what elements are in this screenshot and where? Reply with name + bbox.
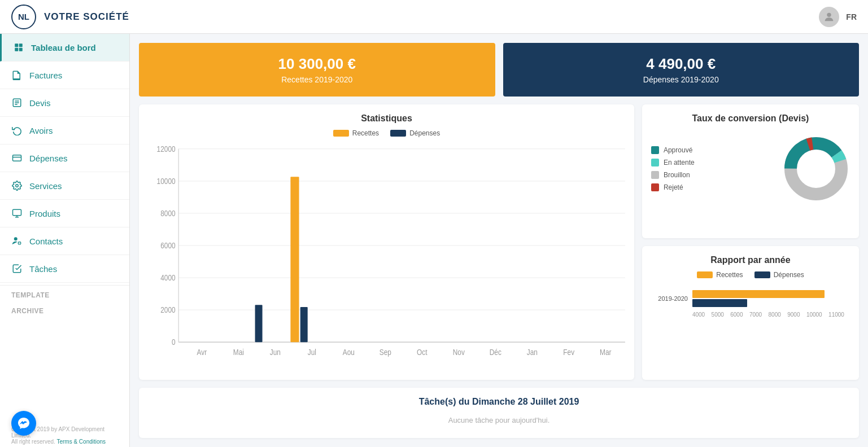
legend-recettes-label: Recettes xyxy=(352,129,379,137)
x-label-10000: 10000 xyxy=(806,312,822,318)
svg-point-11 xyxy=(16,185,19,187)
svg-text:Jul: Jul xyxy=(308,348,316,357)
avatar[interactable] xyxy=(819,7,839,27)
sidebar-item-depenses[interactable]: Dépenses xyxy=(0,144,129,172)
svg-text:Jun: Jun xyxy=(270,348,281,357)
chart-legend: Recettes Dépenses xyxy=(148,129,625,137)
services-icon xyxy=(11,180,23,191)
rapport-x-axis: 4000 5000 6000 7000 8000 9000 10000 1100… xyxy=(657,312,844,318)
header-right: FR xyxy=(819,7,857,27)
terms-link[interactable]: Terms & Conditions xyxy=(56,439,106,445)
svg-point-54 xyxy=(799,152,833,186)
tasks-title: Tâche(s) du Dimanche 28 Juillet 2019 xyxy=(148,397,850,407)
template-section-label: Template xyxy=(0,286,129,301)
svg-point-0 xyxy=(827,12,831,16)
svg-text:12000: 12000 xyxy=(157,144,176,154)
rapport-bars-area: 2019-2020 4000 5000 6000 7000 xyxy=(651,284,850,318)
svg-rect-4 xyxy=(19,48,23,51)
legend-brouillon: Brouillon xyxy=(651,171,695,179)
svg-text:6000: 6000 xyxy=(160,241,176,250)
tasks-empty: Aucune tâche pour aujourd'hui. xyxy=(148,411,850,429)
svg-text:Mai: Mai xyxy=(233,348,244,357)
rapport-legend: Recettes Dépenses xyxy=(651,271,850,279)
svg-point-15 xyxy=(14,237,18,240)
rapport-bars xyxy=(692,290,844,307)
bar-chart-container: 12000 10000 8000 6000 4000 2000 0 xyxy=(148,142,625,371)
x-label-6000: 6000 xyxy=(730,312,743,318)
svg-text:4000: 4000 xyxy=(160,273,176,282)
svg-text:Oct: Oct xyxy=(417,348,428,357)
svg-rect-9 xyxy=(13,155,21,161)
legend-rejete: Rejeté xyxy=(651,183,695,191)
svg-text:0: 0 xyxy=(172,338,176,347)
legend-depenses: Dépenses xyxy=(390,129,440,137)
logo-initials: NL xyxy=(18,12,29,21)
approuve-label: Approuvé xyxy=(664,146,692,154)
sidebar-item-produits[interactable]: Produits xyxy=(0,200,129,227)
donut-chart xyxy=(782,135,850,203)
rapport-recettes-label: Recettes xyxy=(716,271,743,279)
sidebar-item-taches[interactable]: Tâches xyxy=(0,255,129,283)
conversion-card: Taux de conversion (Devis) Approuvé En a… xyxy=(642,104,859,238)
sidebar-item-label: Devis xyxy=(29,98,51,108)
company-name: VOTRE SOCIÉTÉ xyxy=(44,11,129,23)
svg-text:Nov: Nov xyxy=(453,348,465,357)
x-label-7000: 7000 xyxy=(749,312,762,318)
svg-rect-37 xyxy=(300,307,308,342)
sidebar-item-devis[interactable]: Devis xyxy=(0,89,129,117)
contacts-icon xyxy=(11,235,23,247)
rapport-year: 2019-2020 xyxy=(657,295,688,302)
legend-depenses-label: Dépenses xyxy=(409,129,440,137)
factures-icon xyxy=(11,69,23,81)
rapport-depenses-label: Dépenses xyxy=(774,271,804,279)
svg-text:Mar: Mar xyxy=(600,348,612,357)
sidebar-item-factures[interactable]: Factures xyxy=(0,62,129,89)
taches-icon xyxy=(11,263,23,274)
produits-icon xyxy=(11,208,23,219)
svg-text:10000: 10000 xyxy=(157,177,176,186)
x-label-5000: 5000 xyxy=(712,312,724,318)
sidebar-item-label: Tâches xyxy=(29,264,57,274)
sidebar-item-label: Tableau de bord xyxy=(31,43,96,52)
sidebar-item-contacts[interactable]: Contacts xyxy=(0,227,129,255)
approuve-color xyxy=(651,146,659,154)
messenger-bubble[interactable] xyxy=(11,411,36,436)
svg-text:8000: 8000 xyxy=(160,209,176,218)
right-panel: Taux de conversion (Devis) Approuvé En a… xyxy=(642,104,859,380)
sidebar: Tableau de bord Factures Devis Avoirs Dé xyxy=(0,34,130,447)
dashboard-icon xyxy=(13,42,24,53)
header-left: NL VOTRE SOCIÉTÉ xyxy=(11,5,129,29)
rapport-card: Rapport par année Recettes Dépenses xyxy=(642,246,859,380)
rapport-bar-depenses xyxy=(692,299,747,307)
brouillon-color xyxy=(651,171,659,179)
sidebar-item-tableau-de-bord[interactable]: Tableau de bord xyxy=(0,34,129,62)
header: NL VOTRE SOCIÉTÉ FR xyxy=(0,0,868,34)
kpi-recettes: 10 300,00 € Recettes 2019-2020 xyxy=(139,43,495,97)
kpi-depenses: 4 490,00 € Dépenses 2019-2020 xyxy=(503,43,860,97)
legend-recettes-color xyxy=(333,130,349,137)
svg-text:Déc: Déc xyxy=(490,348,502,357)
kpi-depenses-label: Dépenses 2019-2020 xyxy=(643,75,719,84)
rejete-label: Rejeté xyxy=(664,183,683,191)
logo-circle: NL xyxy=(11,5,36,29)
svg-text:Fev: Fev xyxy=(563,348,574,357)
main-content: 10 300,00 € Recettes 2019-2020 4 490,00 … xyxy=(130,34,868,447)
svg-text:Jan: Jan xyxy=(527,348,538,357)
sidebar-item-avoirs[interactable]: Avoirs xyxy=(0,117,129,144)
devis-icon xyxy=(11,97,23,108)
legend-en-attente: En attente xyxy=(651,159,695,166)
x-label-4000: 4000 xyxy=(692,312,705,318)
avoirs-icon xyxy=(11,125,23,136)
statistics-chart: 12000 10000 8000 6000 4000 2000 0 xyxy=(148,142,625,371)
x-label-8000: 8000 xyxy=(769,312,781,318)
lang-selector[interactable]: FR xyxy=(846,12,857,21)
messenger-icon xyxy=(17,417,30,430)
svg-rect-36 xyxy=(290,177,299,342)
svg-text:2000: 2000 xyxy=(160,305,176,314)
en-attente-color xyxy=(651,159,659,166)
legend-recettes: Recettes xyxy=(333,129,379,137)
sidebar-item-services[interactable]: Services xyxy=(0,172,129,200)
kpi-recettes-label: Recettes 2019-2020 xyxy=(281,75,352,84)
donut-legend: Approuvé En attente Brouillon xyxy=(651,146,695,191)
conversion-title: Taux de conversion (Devis) xyxy=(651,113,850,124)
